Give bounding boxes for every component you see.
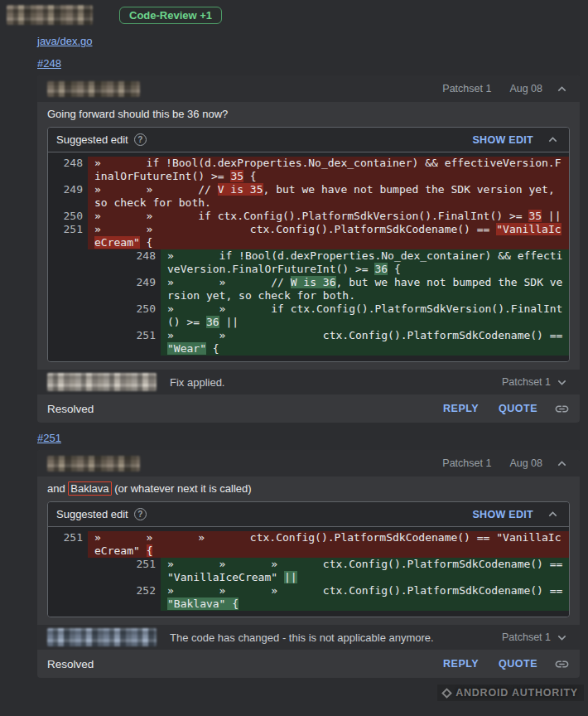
patchset-dropdown-button[interactable] — [554, 630, 570, 646]
suggested-edit-title: Suggested edit — [56, 508, 128, 520]
file-path-link[interactable]: java/dex.go — [37, 35, 93, 47]
site-watermark: ANDROID AUTHORITY — [437, 685, 584, 701]
chevron-up-icon — [554, 81, 570, 97]
old-line-number — [48, 249, 88, 276]
link-icon — [554, 401, 570, 417]
redacted-username[interactable] — [47, 81, 140, 97]
thread-footer: Resolved REPLY QUOTE — [37, 650, 580, 678]
comment-anchor-link[interactable]: #248 — [37, 57, 61, 70]
show-edit-button[interactable]: SHOW EDIT — [472, 509, 533, 520]
comment-thread: Patchset 1 Aug 08 Going forward should t… — [37, 75, 580, 423]
intraline-diff-highlight: "Baklava" { — [167, 597, 239, 610]
code-review-vote-badge: Code-Review +1 — [119, 7, 222, 24]
old-line-number: 251 — [48, 223, 88, 249]
fix-status-text: The code has changed - this is not appli… — [170, 631, 434, 644]
code-text: » » » ctx.Config().PlatformSdkCodename()… — [161, 558, 569, 584]
new-line-number: 250 — [88, 302, 161, 329]
fix-patchset-label[interactable]: Patchset 1 — [502, 376, 551, 388]
watermark-logo-icon — [441, 688, 452, 699]
diff-code-block: 251» » » ctx.Config().PlatformSdkCodenam… — [48, 527, 569, 617]
reply-button[interactable]: REPLY — [443, 403, 479, 414]
code-text: » if !Bool(d.dexProperties.No_dex_contai… — [88, 157, 569, 183]
collapse-thread-button[interactable] — [554, 81, 570, 97]
intraline-diff-highlight: W is 36 — [291, 276, 336, 288]
code-text: » » // V is 35, but we have not bumped t… — [88, 183, 569, 210]
code-text: » » if ctx.Config().PlatformSdkVersion()… — [88, 210, 569, 223]
chevron-up-icon — [554, 456, 570, 472]
patchset-label: Patchset 1 — [442, 457, 491, 469]
reply-button[interactable]: REPLY — [443, 658, 479, 670]
comment-anchor-link[interactable]: #251 — [37, 432, 61, 444]
redacted-username[interactable] — [47, 456, 140, 472]
intraline-diff-highlight: 35 — [230, 170, 243, 182]
new-line-number: 248 — [88, 249, 161, 276]
diff-line-removed: 250» » if ctx.Config().PlatformSdkVersio… — [48, 210, 569, 223]
suggested-edit-panel: Suggested edit ? SHOW EDIT 248» if !Bool… — [47, 127, 570, 362]
resolved-status: Resolved — [47, 403, 94, 415]
redacted-username[interactable] — [47, 373, 157, 391]
suggested-edit-panel: Suggested edit ? SHOW EDIT 251» » » ctx.… — [47, 501, 570, 617]
copy-link-button[interactable] — [554, 656, 570, 672]
old-line-number: 249 — [48, 183, 88, 210]
intraline-diff-highlight: 35 — [528, 210, 542, 222]
redacted-username[interactable] — [47, 628, 157, 646]
diff-line-removed: 248» if !Bool(d.dexProperties.No_dex_con… — [48, 157, 569, 183]
old-line-number — [48, 276, 88, 302]
new-line-number: 251 — [88, 558, 161, 584]
old-line-number: 250 — [48, 210, 88, 223]
comment-date: Aug 08 — [509, 83, 542, 94]
chevron-down-icon — [554, 375, 570, 390]
fix-patchset-label[interactable]: Patchset 1 — [502, 631, 551, 643]
diff-code-block: 248» if !Bool(d.dexProperties.No_dex_con… — [48, 152, 569, 361]
thread-footer: Resolved REPLY QUOTE — [37, 394, 580, 423]
collapse-edit-button[interactable] — [545, 506, 561, 522]
main-content: java/dex.go #248 Patchset 1 Aug 08 Going… — [0, 25, 588, 678]
resolved-status: Resolved — [47, 658, 94, 670]
patchset-dropdown-button[interactable] — [554, 375, 570, 390]
copy-link-button[interactable] — [554, 401, 570, 417]
redacted-username[interactable] — [7, 5, 93, 25]
watermark-text: ANDROID AUTHORITY — [455, 687, 578, 699]
diff-line-added: 251» » » ctx.Config().PlatformSdkCodenam… — [48, 558, 569, 584]
patchset-label: Patchset 1 — [442, 83, 491, 94]
annotation-highlight-box: Baklava — [68, 481, 111, 496]
quote-button[interactable]: QUOTE — [499, 403, 537, 414]
code-text: » » // W is 36, but we have not bumped t… — [161, 276, 569, 302]
chevron-up-icon — [545, 506, 561, 522]
diff-line-added: 251» » ctx.Config().PlatformSdkCodename(… — [48, 329, 569, 356]
show-edit-button[interactable]: SHOW EDIT — [472, 134, 533, 146]
old-line-number — [48, 302, 88, 329]
intraline-diff-highlight: "Wear" — [167, 342, 206, 355]
intraline-diff-highlight: || — [284, 571, 297, 583]
top-row: Code-Review +1 — [0, 0, 588, 25]
fix-status-row: Fix applied. Patchset 1 — [37, 370, 580, 394]
new-line-number: 251 — [88, 329, 161, 356]
comment-text-part: (or whatever next it is called) — [112, 482, 252, 495]
link-icon — [554, 656, 570, 672]
quote-button[interactable]: QUOTE — [499, 658, 537, 670]
intraline-diff-highlight: 36 — [206, 316, 219, 328]
old-line-number: 251 — [48, 531, 88, 558]
diff-line-removed: 249» » // V is 35, but we have not bumpe… — [48, 183, 569, 210]
comment-text: Going forward should this be 36 now? — [37, 102, 580, 127]
new-line-number: 252 — [88, 584, 161, 611]
help-icon[interactable]: ? — [134, 508, 147, 520]
code-text: » » ctx.Config().PlatformSdkCodename() =… — [161, 329, 569, 356]
help-icon[interactable]: ? — [134, 133, 147, 146]
code-text: » if !Bool(d.dexProperties.No_dex_contai… — [161, 249, 569, 276]
fix-status-row: The code has changed - this is not appli… — [37, 625, 580, 650]
code-text: » » » ctx.Config().PlatformSdkCodename()… — [88, 531, 569, 558]
diff-line-added: 248» if !Bool(d.dexProperties.No_dex_con… — [48, 249, 569, 276]
diff-line-added: 252» » » ctx.Config().PlatformSdkCodenam… — [48, 584, 569, 611]
fix-status-text: Fix applied. — [170, 376, 224, 389]
diff-line-added: 250» » if ctx.Config().PlatformSdkVersio… — [48, 302, 569, 329]
diff-line-added: 249» » // W is 36, but we have not bumpe… — [48, 276, 569, 302]
comment-text-part: Going forward should this be 36 now? — [47, 108, 228, 120]
comment-date: Aug 08 — [509, 457, 542, 469]
chevron-up-icon — [545, 132, 561, 148]
collapse-thread-button[interactable] — [554, 456, 570, 472]
comment-thread: Patchset 1 Aug 08 and Baklava (or whatev… — [37, 450, 580, 678]
old-line-number — [48, 558, 88, 584]
intraline-diff-highlight: V is 35 — [218, 183, 263, 196]
collapse-edit-button[interactable] — [545, 132, 561, 148]
